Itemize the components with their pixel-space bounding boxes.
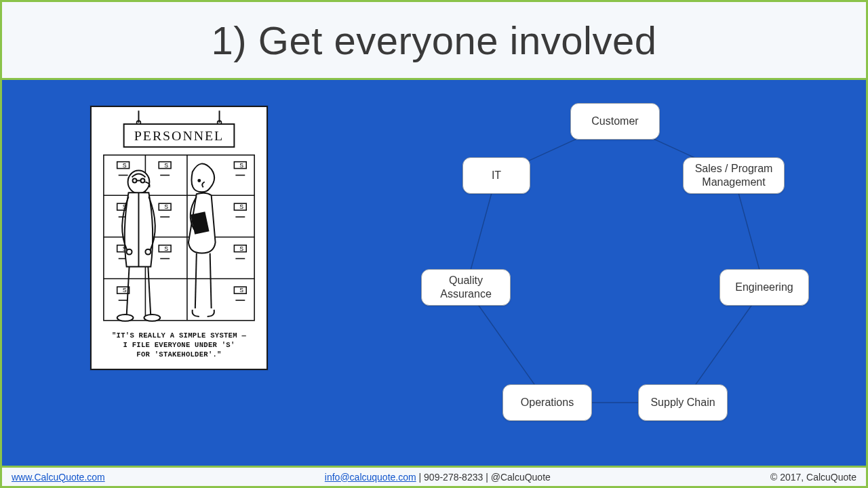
slide-body: PERSONNEL SSS SSS SSS SS <box>2 80 866 466</box>
footer-email-link[interactable]: info@calcuquote.com <box>325 472 416 483</box>
title-bar: 1) Get everyone involved <box>2 2 866 80</box>
slide-title: 1) Get everyone involved <box>212 18 657 63</box>
caption-line: FOR 'STAKEHOLDER'." <box>112 350 246 359</box>
svg-point-49 <box>127 249 132 255</box>
footer-phone: 909-278-8233 <box>424 472 483 483</box>
cartoon-graphic: PERSONNEL SSS SSS SSS SS <box>92 107 267 331</box>
node-customer: Customer <box>570 103 660 140</box>
footer-copyright: © 2017, CalcuQuote <box>770 472 856 483</box>
node-engineering: Engineering <box>719 269 809 306</box>
svg-point-53 <box>198 180 200 182</box>
footer-website-link[interactable]: www.CalcuQuote.com <box>12 472 105 483</box>
footer-bar: www.CalcuQuote.com info@calcuquote.com |… <box>2 466 866 486</box>
svg-point-52 <box>144 314 160 321</box>
node-sales: Sales / Program Management <box>683 157 785 194</box>
footer-separator: | <box>486 472 491 483</box>
svg-point-50 <box>145 249 151 255</box>
footer-separator: | <box>419 472 425 483</box>
svg-point-51 <box>117 314 134 321</box>
cartoon-caption: "IT'S REALLY A SIMPLE SYSTEM — I FILE EV… <box>106 331 252 364</box>
caption-line: "IT'S REALLY A SIMPLE SYSTEM — <box>112 331 246 340</box>
footer-twitter: @CalcuQuote <box>491 472 551 483</box>
cartoon-sign-text: PERSONNEL <box>134 128 224 143</box>
caption-line: I FILE EVERYONE UNDER 'S' <box>112 340 246 350</box>
node-supply: Supply Chain <box>638 384 728 421</box>
node-operations: Operations <box>502 384 592 421</box>
node-it: IT <box>462 157 530 194</box>
stakeholder-ring: Customer Sales / Program Management Engi… <box>405 84 825 450</box>
node-qa: Quality Assurance <box>421 269 511 306</box>
cartoon-panel: PERSONNEL SSS SSS SSS SS <box>90 106 268 370</box>
